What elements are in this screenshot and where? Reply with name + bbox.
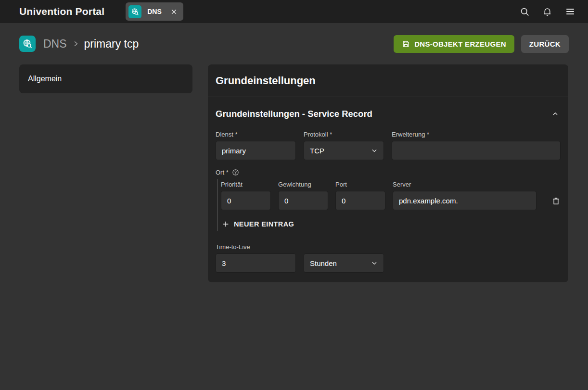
new-entry-label: NEUER EINTRAG [234,220,294,228]
trash-icon [551,196,561,205]
page-header: DNS primary tcp DNS-OBJEKT ERZEUGEN ZURÜ… [0,23,588,64]
dienst-input[interactable] [216,141,296,160]
tab-dns[interactable]: DNS [126,2,183,21]
chevron-down-icon [371,147,378,154]
new-entry-button[interactable]: NEUER EINTRAG [221,218,295,230]
settings-panel: Grundeinstellungen Grundeinstellungen - … [208,64,568,282]
breadcrumb-item: primary tcp [84,38,139,50]
prioritaet-input[interactable] [221,191,271,210]
port-input[interactable] [335,191,385,210]
create-dns-object-button[interactable]: DNS-OBJEKT ERZEUGEN [394,35,514,53]
protokoll-selected-value: TCP [310,147,324,155]
dns-module-icon-large [19,36,36,52]
back-button[interactable]: ZURÜCK [521,35,569,53]
port-label: Port [335,181,385,188]
create-dns-object-label: DNS-OBJEKT ERZEUGEN [414,40,506,48]
gewichtung-input[interactable] [278,191,328,210]
tab-dns-label: DNS [147,8,162,15]
protokoll-label: Protokoll * [304,131,384,138]
menu-icon[interactable] [565,6,575,17]
protokoll-select[interactable]: TCP [304,141,384,160]
gewichtung-label: Gewichtung [278,181,328,188]
tab-close-icon[interactable] [170,8,178,15]
chevron-up-icon[interactable] [552,111,559,117]
server-input[interactable] [393,191,537,210]
help-icon[interactable] [232,169,239,176]
ort-label-text: Ort * [216,169,229,176]
search-icon[interactable] [520,7,530,17]
section-title: Grundeinstellungen - Service Record [216,109,372,119]
service-record-form: Dienst * Protokoll * TCP E [208,127,568,273]
ttl-unit-select[interactable]: Stunden [304,253,384,273]
ttl-label: Time-to-Live [216,243,561,251]
app-title: Univention Portal [19,6,104,17]
prioritaet-label: Priorität [221,181,271,188]
dns-module-icon [128,5,141,18]
server-label: Server [393,181,537,188]
breadcrumb-module[interactable]: DNS [43,38,67,50]
chevron-right-icon [72,40,79,48]
back-button-label: ZURÜCK [529,40,561,48]
ort-label: Ort * [216,169,561,176]
sidebar-nav: Allgemein [19,64,192,93]
dienst-label: Dienst * [216,131,296,138]
ttl-input[interactable] [216,253,296,273]
page-title: Grundeinstellungen [208,64,568,97]
delete-entry-button[interactable] [551,191,561,210]
erweiterung-input[interactable] [392,141,561,160]
sidebar-item-allgemein[interactable]: Allgemein [28,75,62,83]
ort-entry-group: Priorität Gewichtung Port Server [217,179,561,231]
header-actions: DNS-OBJEKT ERZEUGEN ZURÜCK [394,35,569,53]
erweiterung-label: Erweiterung * [392,131,561,138]
plus-icon [222,220,230,228]
chevron-down-icon [371,260,378,266]
topbar-actions [520,6,575,17]
topbar: Univention Portal DNS [0,0,588,23]
bell-icon[interactable] [542,7,552,17]
save-icon [402,40,410,48]
ttl-unit-selected-value: Stunden [310,259,337,267]
section-header[interactable]: Grundeinstellungen - Service Record [208,97,568,127]
content-area: Allgemein Grundeinstellungen Grundeinste… [0,64,588,282]
